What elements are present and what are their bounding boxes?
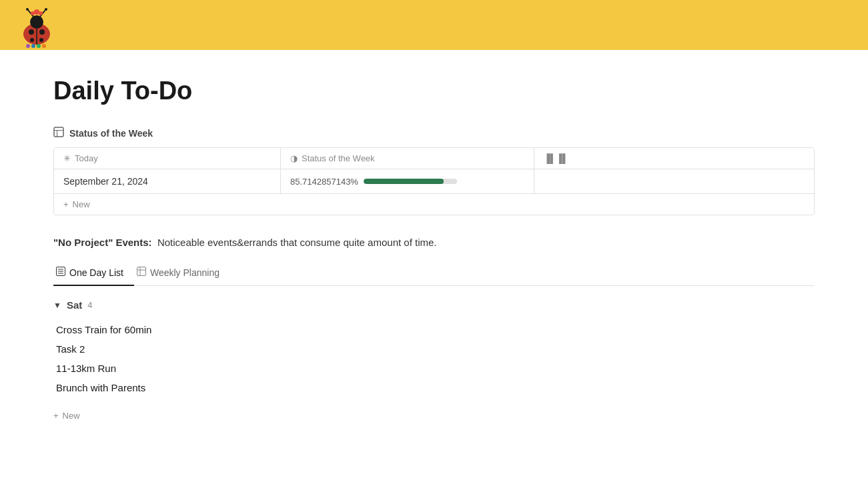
svg-point-12 — [31, 44, 35, 48]
status-cell: 85.7142857143% — [281, 169, 534, 193]
progress-bar-container: 85.7142857143% — [290, 177, 457, 187]
grid-icon — [137, 267, 146, 278]
group-header: ▼ Sat 4 — [53, 299, 815, 311]
svg-point-10 — [45, 8, 47, 11]
today-column-header: ✳ Today — [54, 148, 281, 169]
task-item[interactable]: Task 2 — [56, 339, 815, 359]
status-table: ✳ Today ◑ Status of the Week ▐▌▐▌ Septem… — [53, 147, 815, 215]
svg-rect-25 — [137, 267, 145, 276]
main-content: Daily To-Do Status of the Week ✳ Today ◑… — [0, 50, 868, 450]
status-section-header: Status of the Week — [53, 127, 815, 139]
no-project-label: "No Project" Events: — [53, 237, 152, 248]
svg-point-6 — [39, 38, 43, 42]
table-icon — [53, 127, 64, 139]
list-icon — [56, 267, 65, 278]
svg-point-5 — [30, 38, 34, 42]
bar-column-header: ▐▌▐▌ — [534, 148, 814, 169]
progress-bar-fill — [364, 179, 444, 184]
svg-point-3 — [29, 29, 34, 35]
empty-cell — [534, 169, 814, 193]
task-item[interactable]: Brunch with Parents — [56, 378, 815, 397]
add-new-status-button[interactable]: + New — [54, 194, 814, 215]
table-header-row: ✳ Today ◑ Status of the Week ▐▌▐▌ — [54, 148, 814, 169]
add-new-task-button[interactable]: + New — [53, 408, 815, 423]
svg-point-11 — [26, 44, 30, 48]
progress-bar-track — [364, 179, 457, 184]
sun-icon: ✳ — [63, 153, 71, 163]
group-count: 4 — [87, 300, 92, 310]
task-item[interactable]: Cross Train for 60min — [56, 320, 815, 339]
logo-svg — [13, 2, 60, 49]
chevron-down-icon: ▼ — [53, 301, 61, 310]
status-section-label: Status of the Week — [69, 128, 153, 139]
tabs-row: One Day List Weekly Planning — [53, 261, 815, 286]
app-logo — [13, 2, 60, 49]
svg-point-16 — [31, 11, 35, 15]
svg-rect-18 — [54, 127, 63, 137]
status-column-header: ◑ Status of the Week — [281, 148, 534, 169]
plus-icon: + — [53, 411, 59, 421]
today-cell: September 21, 2024 — [54, 169, 281, 193]
group-name: Sat — [67, 299, 82, 311]
svg-point-15 — [34, 9, 39, 15]
svg-point-14 — [42, 44, 46, 48]
svg-point-13 — [37, 44, 41, 48]
tab-weekly-planning[interactable]: Weekly Planning — [134, 261, 230, 286]
svg-point-17 — [39, 11, 43, 15]
half-circle-icon: ◑ — [290, 153, 298, 163]
no-project-description: "No Project" Events: Noticeable events&e… — [53, 237, 815, 248]
task-item[interactable]: 11-13km Run — [56, 359, 815, 378]
no-project-text: Noticeable events&errands that consume q… — [157, 237, 437, 248]
svg-point-8 — [26, 8, 29, 11]
task-list: Cross Train for 60min Task 2 11-13km Run… — [53, 320, 815, 397]
svg-point-4 — [39, 29, 45, 35]
plus-icon: + — [63, 199, 69, 209]
top-banner — [0, 0, 868, 50]
tab-one-day-list[interactable]: One Day List — [53, 261, 134, 286]
page-title: Daily To-Do — [53, 77, 815, 105]
barcode-icon: ▐▌▐▌ — [544, 153, 568, 163]
table-data-row: September 21, 2024 85.7142857143% — [54, 169, 814, 194]
